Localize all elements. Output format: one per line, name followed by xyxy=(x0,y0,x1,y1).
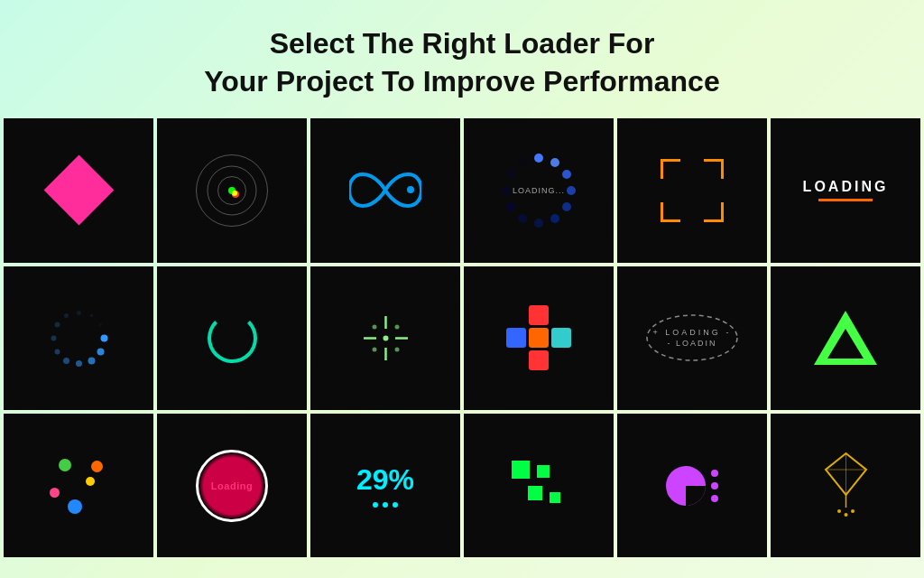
cell-infinity[interactable] xyxy=(310,118,460,262)
cell-percent[interactable]: 29% xyxy=(310,414,460,557)
svg-point-17 xyxy=(63,358,69,364)
svg-point-41 xyxy=(837,509,841,513)
svg-point-25 xyxy=(383,335,388,340)
loading-circle-label: Loading xyxy=(211,480,253,491)
corner-tr xyxy=(704,159,724,179)
cell-green-squares[interactable] xyxy=(464,414,614,557)
cell-corners[interactable] xyxy=(617,118,767,262)
scatter-loader xyxy=(42,450,115,522)
cell-squares-cross[interactable] xyxy=(464,266,614,410)
svg-point-7 xyxy=(534,219,543,228)
cell-loading-text[interactable]: LOADING xyxy=(771,118,920,262)
svg-point-16 xyxy=(76,360,82,367)
circular-dots-loader: LOADING... xyxy=(498,150,579,231)
cell-scatter[interactable] xyxy=(4,414,153,557)
svg-point-12 xyxy=(518,158,527,167)
svg-point-21 xyxy=(64,313,69,318)
svg-point-9 xyxy=(506,202,515,211)
svg-point-22 xyxy=(77,311,81,315)
svg-point-30 xyxy=(372,324,376,329)
svg-point-20 xyxy=(54,322,60,327)
svg-point-15 xyxy=(88,357,95,364)
percent-loader: 29% xyxy=(356,463,414,508)
green-squares-loader xyxy=(503,461,575,510)
cyan-ring-loader xyxy=(208,313,257,363)
svg-point-31 xyxy=(394,324,399,329)
cell-pacman[interactable] xyxy=(617,414,767,557)
svg-point-5 xyxy=(562,202,571,211)
pacman-loader xyxy=(666,466,718,506)
svg-point-13 xyxy=(100,334,107,341)
svg-point-14 xyxy=(97,348,104,355)
svg-point-2 xyxy=(550,158,559,167)
svg-point-8 xyxy=(518,214,527,223)
svg-point-11 xyxy=(506,170,515,179)
gem-loader xyxy=(821,452,871,519)
sparkle-loader xyxy=(356,309,415,368)
header-line1: Select The Right Loader For xyxy=(270,27,655,60)
loading-bar-line xyxy=(818,199,873,201)
svg-point-23 xyxy=(89,313,93,317)
infinity-loader xyxy=(349,170,421,210)
percent-dots-row xyxy=(373,502,398,508)
svg-point-4 xyxy=(567,186,576,195)
header-line2: Your Project To Improve Performance xyxy=(204,65,719,98)
svg-point-42 xyxy=(844,513,847,517)
cell-circle-text[interactable]: Loading xyxy=(157,414,307,557)
svg-point-33 xyxy=(394,347,399,351)
svg-point-10 xyxy=(502,186,511,195)
cell-cyan-ring[interactable] xyxy=(157,266,307,410)
diamond-shape xyxy=(43,155,114,226)
cell-oval-loading[interactable]: + LOADING - - LOADIN xyxy=(617,266,767,410)
loader-grid: LOADING... LOADING xyxy=(0,118,924,561)
cell-gem[interactable] xyxy=(771,414,920,557)
svg-point-3 xyxy=(562,170,571,179)
svg-point-0 xyxy=(407,186,414,193)
svg-point-1 xyxy=(534,154,543,163)
cell-triangle[interactable] xyxy=(771,266,920,410)
loading-title: LOADING xyxy=(803,179,889,195)
header: Select The Right Loader For Your Project… xyxy=(0,0,924,118)
svg-point-24 xyxy=(98,322,102,326)
cell-orbit-dots[interactable] xyxy=(4,266,153,410)
svg-point-18 xyxy=(54,349,60,354)
corner-bl xyxy=(661,202,680,222)
corner-tl xyxy=(661,159,680,179)
svg-point-6 xyxy=(550,214,559,223)
svg-point-32 xyxy=(372,347,376,351)
loading-label: LOADING... xyxy=(513,186,565,195)
oval-loading-loader: + LOADING - - LOADIN xyxy=(642,306,742,369)
cell-orbital[interactable] xyxy=(157,118,307,262)
loading-text-loader: LOADING xyxy=(803,179,889,201)
cell-circular-dots[interactable]: LOADING... xyxy=(464,118,614,262)
svg-point-19 xyxy=(51,335,56,340)
cell-diamond[interactable] xyxy=(4,118,153,262)
svg-point-43 xyxy=(851,509,855,513)
cell-sparkle[interactable] xyxy=(310,266,460,410)
orbital-loader xyxy=(191,150,273,231)
circle-text-loader: Loading xyxy=(196,450,268,522)
percent-value: 29% xyxy=(356,463,414,497)
corner-br xyxy=(704,202,724,222)
squares-cross-loader xyxy=(506,305,571,370)
orbit-dots-loader xyxy=(45,304,113,372)
corners-loader xyxy=(661,159,724,222)
triangle-loader xyxy=(809,306,882,369)
